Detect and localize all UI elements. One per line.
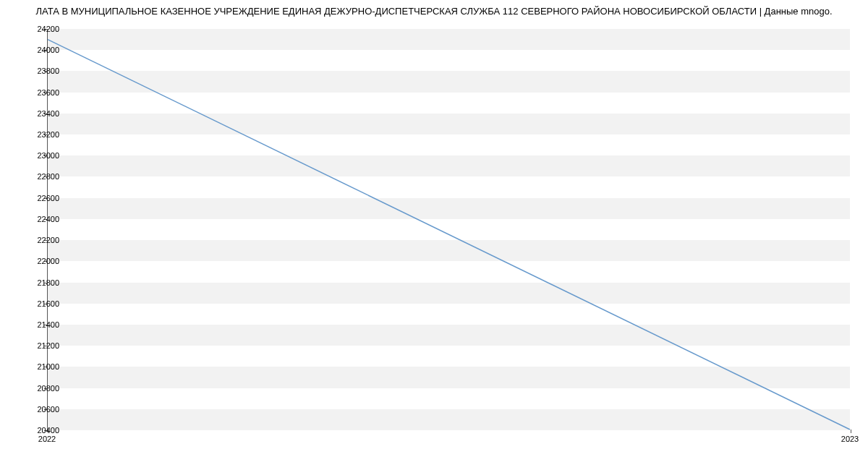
data-line: [48, 40, 850, 430]
y-tick-label: 21200: [23, 341, 59, 350]
y-tick-label: 23400: [23, 109, 59, 118]
y-tick-label: 21000: [23, 362, 59, 371]
y-tick-label: 20400: [23, 426, 59, 435]
y-tick-label: 20800: [23, 384, 59, 393]
y-tick-label: 23600: [23, 88, 59, 97]
y-tick-label: 23000: [23, 151, 59, 160]
x-tick-label: 2022: [38, 435, 56, 443]
y-tick-label: 21600: [23, 299, 59, 308]
y-tick-label: 21400: [23, 320, 59, 329]
plot-area: [47, 29, 850, 430]
y-tick-label: 21800: [23, 278, 59, 287]
x-tick-label: 2023: [841, 435, 859, 443]
y-tick-label: 24200: [23, 25, 59, 33]
y-tick-label: 20600: [23, 405, 59, 414]
chart-title: ЛАТА В МУНИЦИПАЛЬНОЕ КАЗЕННОЕ УЧРЕЖДЕНИЕ…: [35, 6, 832, 17]
line-series: [48, 29, 850, 430]
y-tick-label: 22800: [23, 172, 59, 181]
y-tick-label: 24000: [23, 46, 59, 54]
y-tick-label: 22600: [23, 194, 59, 202]
y-tick-label: 22400: [23, 215, 59, 223]
y-tick-label: 23800: [23, 67, 59, 75]
y-tick-label: 23200: [23, 130, 59, 139]
y-tick-label: 22000: [23, 257, 59, 265]
x-tick-mark: [851, 430, 851, 433]
chart-container: [47, 29, 850, 430]
y-tick-label: 22200: [23, 236, 59, 244]
